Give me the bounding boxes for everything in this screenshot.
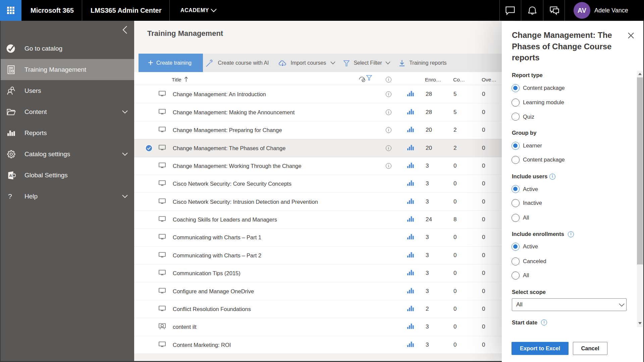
svg-text:A: A [9,174,12,178]
